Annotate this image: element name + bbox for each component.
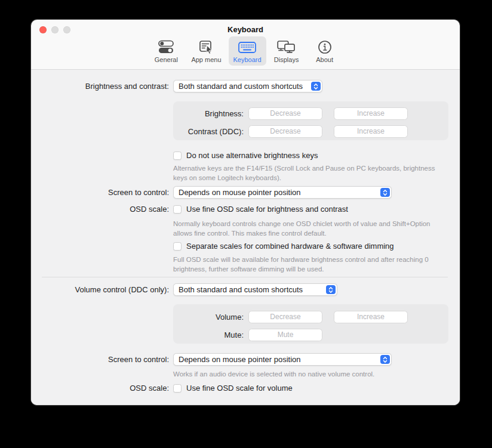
mute-shortcut-button[interactable]: Mute bbox=[248, 329, 322, 341]
volume-increase-shortcut-button[interactable]: Increase bbox=[334, 311, 408, 323]
fine-osd-volume-checkbox[interactable] bbox=[173, 384, 182, 393]
chevron-up-down-icon bbox=[311, 82, 321, 91]
osd-scale-label: OSD scale: bbox=[31, 205, 169, 214]
fine-osd-brightness-checkbox[interactable] bbox=[173, 205, 182, 214]
chevron-up-down-icon bbox=[326, 285, 336, 294]
tab-general[interactable]: General bbox=[148, 36, 184, 66]
chevron-up-down-icon bbox=[380, 188, 390, 197]
dropdown-value: Both standard and custom shortcuts bbox=[174, 285, 326, 294]
dropdown-value: Depends on mouse pointer position bbox=[174, 188, 380, 197]
volume-shortcuts-group: Volume: Decrease Increase Mute: Mute bbox=[173, 304, 448, 344]
volume-screen-dropdown[interactable]: Depends on mouse pointer position bbox=[173, 353, 392, 366]
brightness-decrease-shortcut-button[interactable]: Decrease bbox=[248, 107, 322, 120]
osd-scale-volume-label: OSD scale: bbox=[31, 384, 169, 393]
alt-brightness-keys-label: Do not use alternative brightness keys bbox=[186, 151, 318, 160]
alt-brightness-keys-help: Alternative keys are the F14/F15 (Scroll… bbox=[173, 164, 437, 183]
section-divider bbox=[42, 277, 448, 277]
separate-scales-help: Full OSD scale will be available for har… bbox=[173, 255, 437, 274]
volume-decrease-shortcut-button[interactable]: Decrease bbox=[248, 311, 322, 323]
tab-keyboard[interactable]: Keyboard bbox=[229, 36, 266, 66]
info-icon bbox=[318, 39, 332, 55]
brightness-shortcut-mode-dropdown[interactable]: Both standard and custom shortcuts bbox=[173, 80, 322, 92]
keyboard-icon bbox=[238, 39, 256, 55]
volume-shortcut-mode-dropdown[interactable]: Both standard and custom shortcuts bbox=[173, 283, 337, 296]
screen-to-control-volume-label: Screen to control: bbox=[31, 353, 169, 366]
window-title: Keyboard bbox=[31, 25, 460, 34]
separate-scales-label: Separate scales for combined hardware & … bbox=[186, 242, 394, 251]
contrast-increase-shortcut-button[interactable]: Increase bbox=[334, 125, 408, 138]
brightness-contrast-label: Brightness and contrast: bbox=[31, 80, 169, 92]
preferences-window: Keyboard General App bbox=[31, 20, 460, 405]
alt-brightness-keys-checkbox[interactable] bbox=[173, 152, 182, 160]
fine-osd-brightness-label: Use fine OSD scale for brightness and co… bbox=[186, 205, 348, 214]
brightness-increase-shortcut-button[interactable]: Increase bbox=[334, 107, 408, 120]
dropdown-value: Both standard and custom shortcuts bbox=[174, 82, 311, 91]
tab-displays[interactable]: Displays bbox=[269, 36, 305, 66]
volume-row-label: Volume: bbox=[173, 311, 244, 323]
tab-label: About bbox=[316, 56, 333, 63]
fine-osd-volume-label: Use fine OSD scale for volume bbox=[186, 384, 293, 393]
tab-label: Keyboard bbox=[233, 56, 262, 63]
volume-control-label: Volume control (DDC only): bbox=[31, 283, 169, 296]
brightness-row-label: Brightness: bbox=[173, 107, 244, 120]
tab-label: Displays bbox=[274, 56, 299, 63]
screen-to-control-label: Screen to control: bbox=[31, 186, 169, 199]
tab-label: General bbox=[155, 56, 178, 63]
tab-label: App menu bbox=[191, 56, 221, 63]
tab-about[interactable]: About bbox=[307, 36, 343, 66]
dropdown-value: Depends on mouse pointer position bbox=[174, 355, 380, 364]
separate-scales-checkbox[interactable] bbox=[173, 242, 182, 251]
volume-screen-help: Works if an audio device is selected wit… bbox=[173, 370, 437, 379]
contrast-row-label: Contrast (DDC): bbox=[173, 125, 244, 138]
title-bar: Keyboard bbox=[31, 20, 460, 38]
menu-cursor-icon bbox=[199, 39, 214, 55]
contrast-decrease-shortcut-button[interactable]: Decrease bbox=[248, 125, 322, 138]
brightness-shortcuts-group: Brightness: Decrease Increase Contrast (… bbox=[173, 101, 448, 140]
chevron-up-down-icon bbox=[380, 355, 390, 364]
brightness-screen-dropdown[interactable]: Depends on mouse pointer position bbox=[173, 186, 392, 199]
displays-icon bbox=[277, 39, 296, 55]
mute-row-label: Mute: bbox=[173, 329, 244, 341]
toggles-icon bbox=[158, 39, 174, 55]
preferences-toolbar: General App menu Keyboard bbox=[31, 36, 460, 66]
fine-osd-brightness-help: Normally keyboard controls change one OS… bbox=[173, 220, 437, 238]
tab-app-menu[interactable]: App menu bbox=[186, 36, 226, 66]
